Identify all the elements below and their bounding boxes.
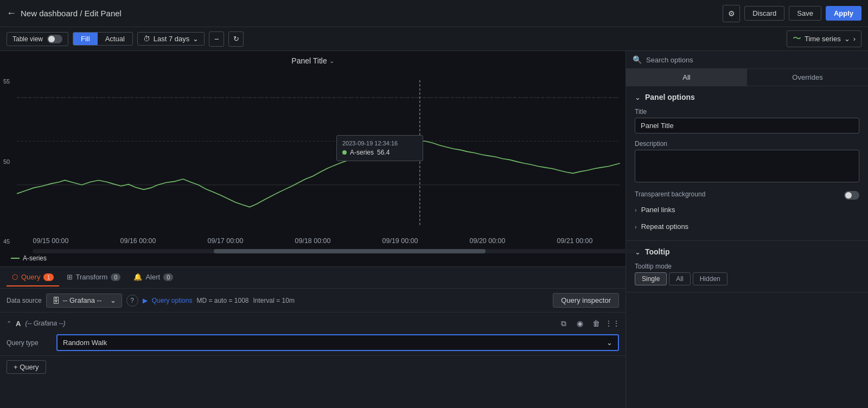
svg-text:09/16 00:00: 09/16 00:00	[120, 237, 156, 245]
delete-query-button[interactable]: 🗑	[590, 317, 603, 330]
toolbar: Table view Fill Actual ⏱ Last 7 days ⌄ −…	[0, 27, 868, 51]
chart-title-bar[interactable]: Panel Title ⌄	[291, 56, 334, 65]
panel-options-collapse-icon: ⌄	[635, 93, 641, 101]
discard-button[interactable]: Discard	[744, 6, 784, 21]
alert-tab[interactable]: 🔔 Alert 0	[128, 269, 178, 286]
time-range-picker[interactable]: ⏱ Last 7 days ⌄	[137, 32, 205, 46]
description-textarea[interactable]	[635, 150, 859, 182]
expand-arrow-icon: ▶	[143, 297, 148, 304]
table-view-label: Table view	[12, 35, 43, 43]
legend-label: A-series	[23, 254, 47, 262]
tooltip-mode-all[interactable]: All	[669, 272, 690, 285]
refresh-button[interactable]: ↻	[228, 31, 244, 47]
tooltip-mode-hidden[interactable]: Hidden	[693, 272, 727, 285]
actual-tab[interactable]: Actual	[98, 33, 132, 45]
datasource-select[interactable]: 🗄 -- Grafana -- ⌄	[46, 294, 122, 308]
transparent-bg-toggle[interactable]	[844, 191, 859, 200]
query-meta-interval: Interval = 10m	[253, 297, 295, 304]
settings-button[interactable]: ⚙	[723, 5, 740, 22]
tab-overrides[interactable]: Overrides	[747, 69, 868, 86]
svg-text:09/21 00:00: 09/21 00:00	[557, 237, 593, 245]
panel-options-header[interactable]: ⌄ Panel options	[626, 86, 868, 108]
tooltip-section-header[interactable]: ⌄ Tooltip	[626, 241, 868, 263]
options-tabs: All Overrides	[626, 69, 868, 86]
collapse-button[interactable]: ⌃	[7, 320, 11, 327]
query-tab-icon: ⬡	[12, 273, 18, 281]
more-options-button[interactable]: ⋮⋮	[606, 317, 619, 330]
tooltip-series: A-series	[350, 149, 374, 156]
transparent-bg-label: Transparent background	[635, 190, 705, 198]
search-options-input[interactable]	[646, 56, 861, 64]
query-item-header: ⌃ A (-- Grafana --) ⧉ ◉ 🗑 ⋮⋮	[7, 317, 619, 330]
alert-tab-icon: 🔔	[133, 273, 142, 281]
transform-tab-label: Transform	[76, 273, 108, 281]
svg-text:09/18 00:00: 09/18 00:00	[295, 237, 331, 245]
table-view-switch[interactable]	[47, 35, 62, 43]
chevron-down-ds-icon: ⌄	[110, 296, 116, 304]
query-type-select[interactable]: Random Walk ⌄	[56, 334, 619, 351]
chart-area: Panel Title ⌄ 55 50 45 09/15 00:00	[0, 51, 626, 267]
repeat-options-header[interactable]: › Repeat options	[635, 217, 859, 234]
tab-all[interactable]: All	[626, 69, 747, 86]
clock-icon: ⏱	[143, 35, 150, 43]
chart-scrollbar[interactable]	[33, 249, 636, 253]
legend-line	[11, 258, 20, 259]
transform-tab[interactable]: ⊞ Transform 0	[61, 269, 126, 286]
query-options-link[interactable]: Query options	[152, 297, 193, 304]
add-query-row: + Query	[0, 356, 626, 378]
header: ← New dashboard / Edit Panel ⚙ Discard S…	[0, 0, 868, 27]
query-meta-md: MD = auto = 1008	[196, 297, 248, 304]
tooltip-section: ⌄ Tooltip Tooltip mode Single All Hidden	[626, 241, 868, 292]
panel-links-expand-icon: ›	[635, 207, 637, 213]
panel-links-title: Panel links	[641, 206, 675, 214]
query-tab[interactable]: ⬡ Query 1	[7, 269, 59, 286]
query-tab-badge: 1	[43, 273, 53, 281]
chart-title: Panel Title	[291, 56, 327, 65]
datasource-label: Data source	[7, 297, 42, 304]
fill-actual-tabs: Fill Actual	[73, 32, 133, 46]
add-query-button[interactable]: + Query	[7, 360, 46, 374]
chart-scrollbar-area	[16, 249, 620, 253]
svg-text:09/19 00:00: 09/19 00:00	[382, 237, 418, 245]
description-label: Description	[635, 140, 859, 148]
alert-tab-label: Alert	[145, 273, 160, 281]
chart-svg: 09/15 00:00 09/16 00:00 09/17 00:00 09/1…	[0, 51, 626, 266]
query-inspector-button[interactable]: Query inspector	[553, 293, 619, 308]
zoom-out-icon: −	[214, 34, 219, 43]
alert-tab-badge: 0	[163, 273, 173, 281]
toggle-query-button[interactable]: ◉	[573, 317, 586, 330]
tooltip-time: 2023-09-19 12:34:16	[342, 140, 417, 146]
zoom-out-button[interactable]: −	[209, 31, 224, 47]
query-tabs: ⬡ Query 1 ⊞ Transform 0 🔔 Alert 0	[0, 267, 626, 289]
tooltip-mode-label: Tooltip mode	[635, 263, 859, 270]
copy-query-button[interactable]: ⧉	[557, 317, 570, 330]
gear-icon: ⚙	[728, 9, 735, 18]
repeat-options-expand-icon: ›	[635, 224, 637, 230]
panel-links-header[interactable]: › Panel links	[635, 200, 859, 217]
apply-button[interactable]: Apply	[826, 6, 861, 21]
tooltip-dot	[342, 150, 347, 155]
query-type-value: Random Walk	[63, 339, 107, 347]
panel-options-section: ⌄ Panel options Title Description Transp…	[626, 86, 868, 241]
search-options-bar: 🔍	[626, 51, 868, 69]
repeat-options-title: Repeat options	[641, 222, 688, 231]
tooltip-mode-single[interactable]: Single	[635, 272, 667, 285]
save-button[interactable]: Save	[789, 6, 821, 21]
datasource-icon: 🗄	[52, 296, 60, 305]
chevron-down-icon-2: ⌄	[844, 35, 850, 43]
header-actions: ⚙ Discard Save Apply	[723, 5, 861, 22]
expand-panel-icon: ›	[853, 35, 856, 43]
page-title: New dashboard / Edit Panel	[21, 9, 718, 18]
right-panel: 🔍 All Overrides ⌄ Panel options Title De…	[626, 51, 868, 408]
transparent-bg-row: Transparent background	[635, 190, 859, 200]
fill-tab[interactable]: Fill	[73, 33, 98, 45]
expand-query-options-button[interactable]: ▶	[143, 297, 148, 304]
chevron-down-query-icon: ⌄	[607, 339, 612, 347]
main-area: Panel Title ⌄ 55 50 45 09/15 00:00	[0, 51, 868, 408]
help-button[interactable]: ?	[126, 295, 138, 307]
panel-type-selector[interactable]: 〜 Time series ⌄ ›	[787, 30, 861, 47]
back-button[interactable]: ←	[7, 8, 16, 19]
table-view-toggle[interactable]: Table view	[7, 32, 68, 46]
title-label: Title	[635, 108, 859, 116]
title-input[interactable]	[635, 118, 859, 133]
